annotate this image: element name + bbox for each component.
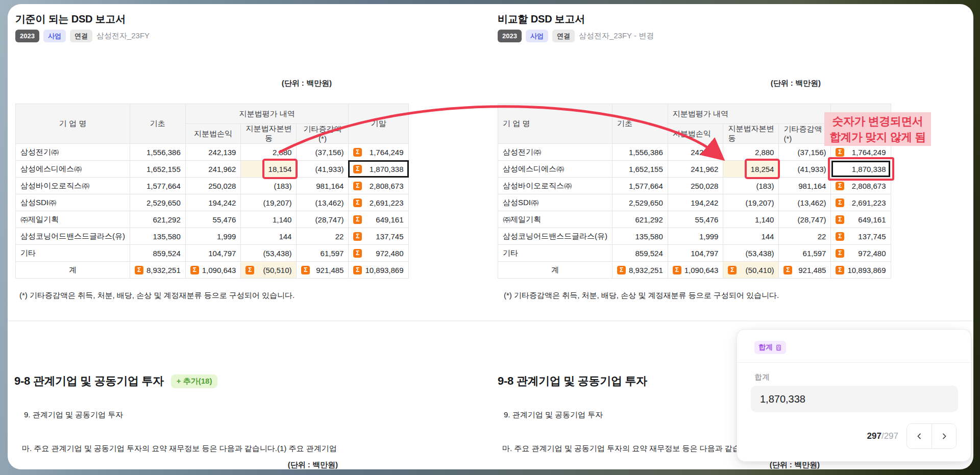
value-cell: Σ8,932,251 (130, 262, 186, 279)
company-cell: 삼성에스디에스㈜ (498, 161, 612, 178)
table-row: ㈜제일기획621,29255,4761,140(28,747)Σ649,161 (498, 211, 891, 228)
col-header-other-changes: 기타증감액(*) (779, 124, 831, 144)
value-cell: Σ8,932,251 (612, 262, 668, 279)
value-cell: Σ(50,510) (241, 262, 297, 279)
value-cell: Σ137,745 (831, 228, 891, 245)
consolidation-badge: 연결 (70, 30, 92, 42)
value-cell: Σ2,808,673 (831, 178, 891, 194)
value-cell: 981,164 (779, 178, 831, 194)
company-cell: ㈜제일기획 (498, 211, 612, 228)
value-cell: 18,154 (241, 161, 297, 178)
value-cell: 242,139 (185, 144, 241, 161)
sum-field-label: 합계 (754, 372, 770, 382)
value-cell: (53,438) (723, 245, 779, 262)
section-heading-text: 9-8 관계기업 및 공동기업 투자 (14, 373, 164, 389)
sigma-icon: Σ (353, 148, 362, 157)
col-header-equity-capital: 지분법자본변동 (241, 124, 297, 144)
value-cell: (183) (241, 178, 297, 194)
value-cell: 135,580 (612, 228, 668, 245)
consolidation-badge: 연결 (552, 30, 575, 42)
sigma-icon: Σ (353, 215, 362, 224)
compare-report-title: 비교할 DSD 보고서 (498, 12, 585, 26)
value-cell: Σ10,893,869 (349, 262, 408, 279)
value-cell: 1,556,386 (130, 144, 186, 161)
value-cell: Σ2,808,673 (349, 178, 408, 194)
col-header-ending: 기말 (349, 104, 408, 144)
year-badge: 2023 (498, 30, 522, 42)
col-header-group: 지분법평가 내역 (668, 104, 831, 124)
table-row: 삼성SDI㈜2,529,650194,242(19,207)(13,462)Σ2… (498, 194, 891, 211)
table-row: 삼성코닝어드밴스드글라스(유)135,5801,99914422Σ137,745 (498, 228, 891, 245)
value-cell: (183) (723, 178, 779, 194)
value-cell: 621,292 (130, 211, 186, 228)
sigma-icon: Σ (836, 148, 844, 157)
col-header-other-changes: 기타증감액(*) (297, 124, 349, 144)
col-header-group: 지분법평가 내역 (185, 104, 349, 124)
value-cell: (41,933) (297, 161, 349, 178)
col-header-company: 기 업 명 (16, 104, 130, 144)
chevron-right-icon (940, 432, 948, 440)
sigma-icon: Σ (836, 215, 844, 224)
diff-annotation-line2: 합계가 맞지 않게 됨 (829, 129, 926, 145)
main-panel: 기준이 되는 DSD 보고서 2023 사업 연결 삼성전자_23FY 비교할 … (8, 4, 973, 469)
value-cell: (37,156) (297, 144, 349, 161)
value-cell: 144 (723, 228, 779, 245)
sum-field-input[interactable]: 1,870,338 (751, 386, 958, 412)
diff-annotation-line1: 숫자가 변경되면서 (829, 113, 926, 129)
report-name: 삼성전자_23FY (96, 30, 150, 42)
sum-badge: 합계 (754, 341, 786, 354)
calculator-icon (775, 344, 782, 351)
table-row: 삼성전기㈜1,556,386242,1392,880(37,156)Σ1,764… (16, 144, 409, 161)
value-cell: 241,962 (668, 161, 723, 178)
company-cell: 삼성SDI㈜ (498, 194, 612, 211)
next-page-button[interactable] (932, 424, 956, 448)
section-body1-right: 9. 관계기업 및 공동기업 투자 (504, 410, 603, 420)
sum-badge-label: 합계 (758, 343, 773, 352)
sigma-icon: Σ (353, 182, 362, 190)
prev-page-button[interactable] (907, 424, 932, 448)
value-cell: 1,652,155 (612, 161, 668, 178)
base-table-container: 기 업 명기초지분법평가 내역기말지분법손익지분법자본변동기타증감액(*)삼성전… (15, 104, 409, 279)
value-cell: Σ921,485 (779, 262, 831, 279)
sigma-icon: Σ (617, 266, 626, 274)
value-cell: Σ1,090,643 (185, 262, 241, 279)
value-cell: 859,524 (130, 245, 186, 262)
base-report-badges: 2023 사업 연결 삼성전자_23FY (15, 30, 150, 42)
sigma-icon: Σ (353, 266, 362, 274)
base-report-title: 기준이 되는 DSD 보고서 (15, 12, 126, 26)
unit-label-right: (단위 : 백만원) (498, 79, 821, 88)
value-cell: (37,156) (779, 144, 831, 161)
value-cell: 1,577,664 (130, 178, 186, 194)
col-header-equity-pl: 지분법손익 (185, 124, 241, 144)
sigma-icon: Σ (353, 232, 362, 241)
value-cell: Σ1,870,338 (349, 161, 408, 178)
sum-popup-card: 합계 합계 1,870,338 297/297 (737, 329, 971, 462)
table-row: 기타859,524104,797(53,438)61,597Σ972,480 (16, 245, 409, 262)
value-cell: 981,164 (297, 178, 349, 194)
value-cell: (13,462) (297, 194, 349, 211)
diff-annotation: 숫자가 변경되면서 합계가 맞지 않게 됨 (824, 112, 931, 146)
company-cell: 삼성SDI㈜ (16, 194, 130, 211)
sigma-icon: Σ (836, 198, 844, 207)
value-cell: 61,597 (779, 245, 831, 262)
company-cell: 기타 (498, 245, 612, 262)
table-row: 삼성에스디에스㈜1,652,155241,96218,254(41,933)1,… (498, 161, 891, 178)
company-cell: 계 (498, 262, 612, 279)
value-cell: Σ2,691,223 (349, 194, 408, 211)
value-cell: 135,580 (130, 228, 186, 245)
value-cell: (13,462) (779, 194, 831, 211)
value-cell: 194,242 (668, 194, 723, 211)
pager: 297/297 (867, 423, 957, 449)
page-current: 297 (867, 431, 881, 441)
value-cell: Σ1,090,643 (668, 262, 723, 279)
sigma-icon: Σ (783, 266, 792, 274)
value-cell: 1,556,386 (612, 144, 668, 161)
company-cell: 계 (16, 262, 130, 279)
report-type-badge: 사업 (43, 30, 66, 42)
value-cell: Σ972,480 (831, 245, 891, 262)
footnote-left: (*) 기타증감액은 취득, 처분, 배당, 손상 및 계정재분류 등으로 구성… (19, 291, 295, 301)
value-cell: 18,254 (723, 161, 779, 178)
sigma-icon: Σ (353, 165, 362, 173)
value-cell: 2,880 (241, 144, 297, 161)
sigma-icon: Σ (246, 266, 254, 274)
